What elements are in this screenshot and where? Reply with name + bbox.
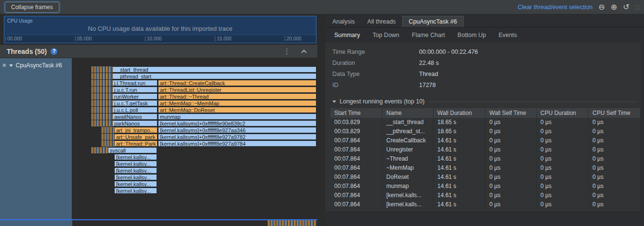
- flame-minor-frames[interactable]: [92, 147, 108, 153]
- flame-minor-frames[interactable]: [102, 140, 114, 147]
- column-header-wall-self-time[interactable]: Wall Self Time: [486, 108, 537, 118]
- flame-minor-frames[interactable]: [102, 127, 114, 133]
- clear-selection-link[interactable]: Clear thread/event selection: [518, 4, 593, 11]
- more-options-icon[interactable]: ⋮: [283, 47, 290, 56]
- flame-bar[interactable]: [kernel.kallsyms]+0xffffff8e927aa346: [158, 127, 316, 133]
- flame-chart: __start_thread__pthread_startj.l.Thread.…: [72, 58, 317, 219]
- flame-bar[interactable]: j.u.c.T.run: [112, 87, 158, 93]
- flame-bar[interactable]: j.l.Thread.run: [112, 80, 158, 86]
- table-row[interactable]: 00:07.864~MemMap14.61 s0 µs0 µs0 µs: [330, 163, 641, 173]
- reset-zoom-icon[interactable]: ↺: [623, 3, 629, 11]
- flame-minor-frames[interactable]: [92, 66, 112, 73]
- flame-minor-frames[interactable]: [92, 93, 112, 100]
- subtab-events[interactable]: Events: [492, 28, 523, 42]
- table-cell: ~Thread: [382, 154, 434, 163]
- flame-minor-frames[interactable]: [92, 80, 112, 86]
- table-row[interactable]: 00:03.829__start_thread18.65 s0 µs0 µs0 …: [330, 118, 641, 127]
- table-row[interactable]: 00:07.864munmap14.61 s0 µs0 µs0 µs: [330, 182, 641, 191]
- subtab-flame-chart[interactable]: Flame Chart: [406, 28, 451, 42]
- flame-row: j.u.c.T.runart::ThreadList::Unregister: [72, 87, 317, 93]
- flame-bar[interactable]: art::Thread::Park: [114, 140, 158, 147]
- flame-bar[interactable]: [kernel.kallsy...: [114, 188, 157, 194]
- table-row[interactable]: 00:07.864[kernel.kalls...14.61 s0 µs0 µs…: [330, 200, 641, 209]
- flame-minor-frames[interactable]: [92, 120, 112, 126]
- help-icon[interactable]: ?: [51, 48, 57, 55]
- flame-bar[interactable]: __pthread_start: [112, 73, 316, 79]
- flame-bar[interactable]: parkNanos: [112, 120, 158, 126]
- zoom-out-icon[interactable]: ⊖: [598, 3, 605, 11]
- table-row[interactable]: 00:07.864Unregister14.61 s0 µs0 µs0 µs: [330, 145, 641, 154]
- table-cell: 0 µs: [486, 163, 537, 173]
- tab-all-threads[interactable]: All threads: [361, 16, 402, 27]
- table-cell: 0 µs: [589, 127, 641, 136]
- summary-field-label: Duration: [332, 58, 419, 69]
- flame-minor-frames[interactable]: [92, 87, 112, 93]
- table-row[interactable]: 00:03.829__pthread_st...18.65 s0 µs0 µs0…: [330, 127, 641, 136]
- flame-bar[interactable]: [kernel.kallsyms]+0xffffff8e90e839c2: [158, 120, 316, 126]
- table-cell: 18.65 s: [434, 118, 486, 127]
- zoom-in-icon[interactable]: ⊕: [611, 3, 617, 11]
- flame-row: art_jni_trampo...[kernel.kallsyms]+0xfff…: [72, 127, 317, 133]
- next-track-minor-frames[interactable]: [268, 220, 316, 226]
- subtab-bottom-up[interactable]: Bottom Up: [451, 28, 492, 42]
- next-track-label-column[interactable]: [0, 220, 72, 226]
- expand-arrow-icon[interactable]: [9, 64, 13, 67]
- flame-minor-frames[interactable]: [92, 100, 112, 106]
- flame-minor-frames[interactable]: [102, 134, 114, 140]
- flame-bar[interactable]: j.u.c.T.getTask: [112, 100, 158, 106]
- flame-bar[interactable]: [kernel.kallsyms]+0xffffff8e927a9784: [158, 140, 316, 147]
- flame-bar[interactable]: [kernel.kallsyms]+0xffffff8e927a9782: [158, 134, 316, 140]
- flame-minor-frames[interactable]: [92, 73, 112, 79]
- flame-bar[interactable]: [kernel.kallsy...: [114, 154, 157, 160]
- tab-cpuasynctask-6[interactable]: CpuAsyncTask #6: [402, 16, 464, 27]
- table-row[interactable]: 00:07.864DoReset14.61 s0 µs0 µs0 µs: [330, 173, 641, 182]
- column-header-start-time[interactable]: Start Time: [330, 108, 382, 118]
- subtab-summary[interactable]: Summary: [328, 28, 366, 42]
- flame-bar[interactable]: art::ThreadList::Unregister: [158, 87, 316, 93]
- flame-bar[interactable]: [kernel.kallsy...: [114, 181, 157, 187]
- table-cell: __pthread_st...: [382, 127, 434, 136]
- column-header-cpu-duration[interactable]: CPU Duration: [537, 108, 589, 118]
- flame-minor-frames[interactable]: [92, 107, 112, 113]
- flame-bar[interactable]: [kernel.kallsy...: [114, 167, 157, 174]
- flame-bar[interactable]: art::MemMap::DoReset: [158, 107, 316, 113]
- column-header-cpu-self-time[interactable]: CPU Self Time: [589, 108, 641, 118]
- flame-bar[interactable]: __start_thread: [112, 66, 316, 73]
- flame-bar[interactable]: art::Unsafe_park: [114, 134, 158, 140]
- flame-row: [kernel.kallsy...: [72, 181, 317, 187]
- summary-field-label: Time Range: [332, 47, 419, 58]
- table-row[interactable]: 00:07.864CreateCallback14.61 s0 µs0 µs0 …: [330, 136, 641, 145]
- table-cell: 00:07.864: [330, 200, 382, 209]
- collapse-panel-icon[interactable]: [301, 50, 306, 55]
- subtab-top-down[interactable]: Top Down: [366, 28, 406, 42]
- table-cell: 00:07.864: [330, 191, 382, 200]
- flame-bar[interactable]: j.u.c.L.poll: [112, 107, 158, 113]
- table-cell: 0 µs: [589, 118, 641, 127]
- summary-field-time-range: Time Range00:00.000 - 00:22.476: [325, 47, 641, 58]
- flame-bar[interactable]: art::Thread::~Thread: [158, 93, 316, 100]
- axis-tick: 05.000: [75, 36, 92, 41]
- cpu-usage-panel[interactable]: CPU Usage No CPU usage data available fo…: [4, 16, 316, 43]
- thread-label-column[interactable]: ≡ CpuAsyncTask #6: [0, 58, 72, 219]
- column-header-name[interactable]: Name: [382, 108, 434, 118]
- flame-minor-frames[interactable]: [92, 113, 112, 120]
- thread-label-row[interactable]: ≡ CpuAsyncTask #6: [0, 58, 72, 69]
- tab-analysis[interactable]: Analysis: [326, 16, 361, 27]
- flame-bar[interactable]: syscall: [108, 147, 157, 153]
- flame-bar[interactable]: runWorker: [112, 93, 158, 100]
- section-collapse-icon[interactable]: [332, 100, 336, 103]
- table-cell: 0 µs: [537, 200, 589, 209]
- table-row[interactable]: 00:07.864~Thread14.61 s0 µs0 µs0 µs: [330, 154, 641, 163]
- flame-bar[interactable]: art_jni_trampo...: [114, 127, 158, 133]
- table-row[interactable]: 00:07.864[kernel.kalls...14.61 s0 µs0 µs…: [330, 191, 641, 200]
- flame-bar[interactable]: [kernel.kallsy...: [114, 174, 157, 180]
- flame-bar[interactable]: art::Thread::CreateCallback: [158, 80, 316, 86]
- drag-handle-icon[interactable]: ≡: [2, 63, 6, 68]
- flame-row: j.l.Thread.runart::Thread::CreateCallbac…: [72, 80, 317, 86]
- flame-bar[interactable]: art::MemMap::~MemMap: [158, 100, 316, 106]
- flame-bar[interactable]: awaitNanos: [112, 113, 158, 120]
- flame-bar[interactable]: [kernel.kallsy...: [114, 161, 157, 167]
- flame-bar[interactable]: munmap: [158, 113, 316, 120]
- collapse-frames-button[interactable]: Collapse frames: [5, 2, 59, 13]
- column-header-wall-duration[interactable]: Wall Duration: [434, 108, 486, 118]
